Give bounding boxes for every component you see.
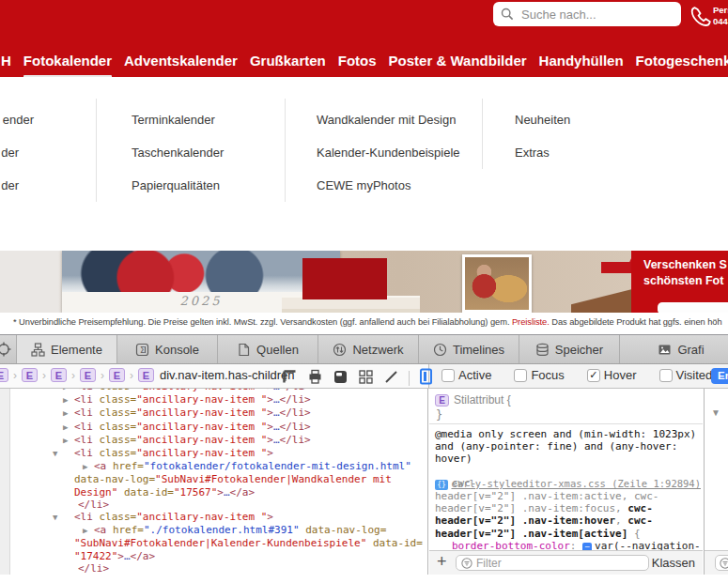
tab-elemente[interactable]: Elemente — [17, 335, 117, 363]
phone-contact[interactable]: Pers 044 — [713, 5, 728, 27]
css-rule-line[interactable]: header[v="2"] .nav-item[active] { — [435, 528, 703, 540]
dropdown-item-papierqualit-ten[interactable]: Papierqualitäten — [132, 178, 220, 192]
breadcrumb-element-badge[interactable]: E — [138, 368, 154, 382]
nav-item-gru-karten[interactable]: Grußkarten — [250, 50, 326, 72]
dom-tree-line[interactable]: ▶<li class="ancillary-nav-item ">…</li> — [11, 434, 427, 447]
dom-tree-line[interactable]: ▶<li class="ancillary-nav-item ">…</li> — [11, 421, 427, 434]
tab-konsole[interactable]: ΣKonsole — [117, 335, 218, 363]
collapse-triangle-icon[interactable]: ▼ — [711, 407, 720, 418]
dropdown-divider — [96, 99, 97, 202]
events-button[interactable]: En — [711, 368, 728, 384]
dropdown-item-extras[interactable]: Extras — [515, 146, 550, 160]
tab-grafi[interactable]: Grafi — [620, 335, 728, 363]
panel-splitter[interactable] — [427, 389, 428, 575]
dom-tree-line[interactable]: ▶<a href="./fotokalender.html#391" data-… — [11, 524, 427, 537]
checkbox-checked[interactable]: ✓ — [587, 369, 600, 382]
search-icon — [501, 8, 514, 21]
print-styles-icon[interactable] — [307, 369, 323, 389]
network-icon — [333, 343, 347, 357]
dropdown-item-cewe-myphotos[interactable]: CEWE myPhotos — [317, 178, 410, 192]
breadcrumb-element-badge[interactable]: E — [0, 368, 8, 382]
storage-icon — [535, 343, 550, 357]
nav-item-adventskalender[interactable]: Adventskalender — [124, 50, 238, 72]
dropdown-item-der[interactable]: der — [1, 178, 19, 192]
stylesheet-link[interactable]: early-styleeditor-xmas.css (Zeile 1:9289… — [451, 478, 701, 490]
dom-tree-line[interactable]: ▼<li class="ancillary-nav-item "> — [11, 447, 427, 460]
chevron-right-icon: › — [71, 369, 75, 382]
dropdown-divider — [482, 99, 483, 169]
dropdown-item-kalender-kundenbeispiele[interactable]: Kalender-Kundenbeispiele — [317, 146, 460, 160]
preisliste-link[interactable]: Preisliste. — [512, 317, 550, 327]
inline-style-close: } — [436, 408, 442, 422]
edit-pen-icon[interactable] — [383, 369, 399, 389]
tab-speicher[interactable]: Speicher — [519, 335, 620, 363]
classes-button[interactable]: Klassen — [652, 556, 695, 570]
styles-filter-field[interactable]: Filter — [456, 555, 649, 571]
dom-tree-line[interactable]: data-nav-log="SubNavi#Fotokalender|Wandk… — [11, 473, 427, 485]
checkbox-unchecked[interactable] — [441, 369, 455, 382]
pseudo-toggle-visited[interactable]: Visited — [659, 368, 713, 382]
checkbox-unchecked[interactable] — [659, 369, 673, 382]
grid-overlay-icon[interactable] — [358, 369, 374, 389]
inline-style-section[interactable]: E Stilattribut { } — [429, 389, 703, 424]
tab-label: Konsole — [155, 343, 199, 357]
toolbar-divider — [409, 371, 410, 386]
ruler-icon[interactable] — [282, 369, 298, 389]
search-input[interactable] — [519, 7, 674, 23]
breadcrumb-element-badge[interactable]: E — [80, 368, 96, 382]
chevron-right-icon: › — [42, 369, 46, 382]
hero-banner[interactable]: 2025 Verschenken S schönsten Fot — [0, 251, 728, 313]
promo-button[interactable] — [658, 302, 728, 313]
dropdown-item-wandkalender-mit-design[interactable]: Wandkalender mit Design — [317, 113, 456, 127]
breadcrumb-element-badge[interactable]: E — [51, 368, 67, 382]
pseudo-label: Active — [458, 368, 491, 382]
css-rule-line[interactable]: header[v="2"] .nav-item:hover, cwc- — [435, 514, 703, 527]
nav-item-handyh-llen[interactable]: Handyhüllen — [539, 50, 624, 72]
dom-tree-line[interactable]: "SubNavi#Fotokalender|Kalender-Kundenbei… — [11, 537, 427, 549]
nav-item-h[interactable]: H — [1, 50, 11, 72]
dom-tree-line[interactable]: </li> — [11, 562, 427, 575]
add-rule-button[interactable]: + — [437, 552, 447, 572]
dom-tree-line[interactable]: ▶<li class="ancillary-nav-item ">…</li> — [11, 407, 427, 420]
breadcrumb-element-badge[interactable]: E — [109, 368, 125, 382]
appearance-toggle-icon[interactable] — [333, 369, 349, 389]
strip-filter-field[interactable] — [715, 555, 728, 571]
css-rule-line[interactable]: header[v="2"] .nav-item:focus, cwc- — [435, 502, 703, 514]
dropdown-item-ender[interactable]: ender — [3, 113, 34, 127]
dom-tree-line[interactable]: </li> — [11, 499, 427, 511]
checkbox-unchecked[interactable] — [514, 369, 527, 382]
breadcrumb-element-badge[interactable]: E — [22, 368, 38, 382]
css-rule-line[interactable]: header[v="2"] .nav-item:active, cwc- — [435, 490, 703, 502]
tab-quellen[interactable]: Quellen — [218, 335, 318, 363]
nav-item-poster-wandbilder[interactable]: Poster & Wandbilder — [389, 50, 527, 72]
phone-icon[interactable] — [689, 5, 711, 27]
dom-tree-line[interactable]: Design" data-id="17567">…</a> — [11, 486, 427, 499]
pseudo-toggle-focus[interactable]: Focus — [514, 368, 564, 382]
pseudo-label: Visited — [676, 368, 713, 382]
media-query[interactable]: @media only screen and (min-width: 1023p… — [435, 428, 703, 466]
selected-element-selector[interactable]: div.nav-item.has-children — [160, 368, 295, 382]
pseudo-toggle-hover[interactable]: ✓Hover — [587, 368, 637, 382]
nav-item-fotogeschenke[interactable]: Fotogeschenke — [636, 50, 728, 72]
dropdown-item-terminkalender[interactable]: Terminkalender — [132, 113, 215, 127]
dom-tree-line[interactable]: "17422">…</a> — [11, 550, 427, 562]
dropdown-item-der[interactable]: der — [1, 146, 19, 160]
css-rule-line[interactable]: cwc-early-styleeditor-xmas.css (Zeile 1:… — [435, 477, 703, 490]
nav-item-fotokalender[interactable]: Fotokalender — [23, 50, 112, 72]
dropdown-item-taschenkalender[interactable]: Taschenkalender — [132, 146, 224, 160]
promo-line1: Verschenken S — [643, 257, 728, 273]
element-picker-button[interactable] — [0, 335, 17, 363]
css-rule: cwc-early-styleeditor-xmas.css (Zeile 1:… — [435, 477, 703, 552]
svg-text:Σ: Σ — [140, 345, 145, 354]
dropdown-item-neuheiten[interactable]: Neuheiten — [515, 113, 570, 127]
pseudo-toggle-active[interactable]: Active — [441, 368, 491, 382]
element-selection-icon[interactable] — [419, 368, 433, 389]
nav-item-fotos[interactable]: Fotos — [338, 50, 377, 72]
dom-tree-line[interactable]: ▶<a href="fotokalender/fotokalender-mit-… — [11, 460, 427, 473]
tab-timelines[interactable]: Timelines — [419, 335, 519, 363]
inline-style-header: Stilattribut { — [454, 393, 511, 407]
search-box[interactable] — [493, 2, 681, 26]
dom-tree-line[interactable]: ▼<li class="ancillary-nav-item "> — [11, 511, 427, 524]
dom-tree-line[interactable]: ▶<li class="ancillary-nav-item ">…</li> — [11, 393, 427, 407]
tab-netzwerk[interactable]: Netzwerk — [318, 335, 419, 363]
